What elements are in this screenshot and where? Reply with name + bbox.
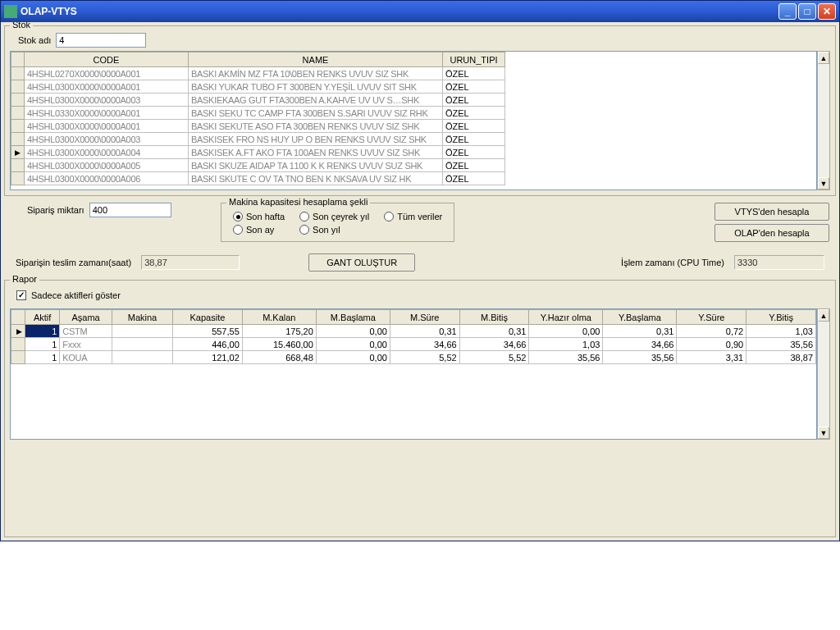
siparis-miktar-label: Sipariş miktarı [27, 205, 84, 215]
cell-makina [112, 325, 172, 338]
table-row[interactable]: 4HSHL0300X0000\0000A005BASKI SKUZE AIDAP… [11, 159, 816, 172]
cell-mkalan: 15.460,00 [242, 338, 316, 351]
radio-son-ceyrek[interactable]: Son çeyrek yıl [299, 212, 369, 221]
row-marker [11, 133, 25, 146]
col-name[interactable]: NAME [189, 52, 443, 67]
table-row[interactable]: 4HSHL0300X0000\0000A006BASKI SKUTE C OV … [11, 172, 816, 185]
scroll-up-icon[interactable]: ▲ [818, 309, 829, 322]
cell-code: 4HSHL0300X0000\0000A003 [25, 94, 189, 107]
col-code[interactable]: CODE [25, 52, 189, 67]
table-row[interactable]: 4HSHL0300X0000\0000A003BASKIEKAAG GUT FT… [11, 94, 816, 107]
cpu-label: İşlem zamanı (CPU Time) [621, 258, 724, 267]
cell-kapasite: 446,00 [173, 338, 243, 351]
cell-urun-tipi: ÖZEL [443, 120, 505, 133]
table-row[interactable]: ▶1CSTM557,55175,200,000,310,310,000,310,… [11, 325, 816, 338]
cell-yhazir: 35,56 [529, 351, 603, 364]
cell-code: 4HSHL0270X0000\0000A001 [25, 67, 189, 80]
cell-name: BASKI SKUZE AIDAP TA 1100 K K RENKS UVUV… [189, 159, 443, 172]
table-row[interactable]: 4HSHL0270X0000\0000A001BASKI AKMİN MZ FT… [11, 67, 816, 80]
radio-icon [384, 212, 394, 221]
radio-icon [299, 212, 309, 221]
rapor-col[interactable]: Y.Başlama [603, 310, 677, 325]
row-marker [11, 351, 25, 364]
vtys-button[interactable]: VTYS'den hesapla [714, 203, 829, 221]
radio-icon [299, 225, 309, 235]
close-button[interactable]: ✕ [818, 3, 836, 20]
rapor-col[interactable]: M.Süre [390, 310, 459, 325]
teslim-value: 38,87 [141, 255, 240, 270]
rapor-col[interactable]: Aşama [60, 310, 112, 325]
rapor-col[interactable]: Y.Hazır olma [529, 310, 603, 325]
radio-tum-veriler[interactable]: Tüm veriler [384, 212, 442, 221]
rapor-grid[interactable]: AktifAşamaMakinaKapasiteM.KalanM.Başlama… [10, 308, 817, 440]
kapasite-group: Makina kapasitesi hesaplama şekli Son ha… [221, 203, 454, 242]
cell-code: 4HSHL0300X0000\0000A001 [25, 80, 189, 94]
cell-ybitis: 38,87 [746, 351, 816, 364]
rapor-col[interactable]: M.Başlama [316, 310, 390, 325]
rapor-col[interactable]: Kapasite [173, 310, 243, 325]
minimize-button[interactable]: _ [778, 3, 797, 20]
cell-aktif: 1 [25, 325, 59, 338]
aktif-checkbox[interactable] [16, 290, 26, 300]
table-row[interactable]: ▶4HSHL0300X0000\0000A004BASKISEK A.FT AK… [11, 146, 816, 159]
kapasite-legend: Makina kapasitesi hesaplama şekli [226, 197, 370, 207]
cell-code: 4HSHL0300X0000\0000A003 [25, 133, 189, 146]
row-marker [11, 67, 25, 80]
rapor-col[interactable]: M.Kalan [242, 310, 316, 325]
stok-grid[interactable]: CODE NAME URUN_TIPI 4HSHL0270X0000\0000A… [10, 51, 817, 190]
table-row[interactable]: 4HSHL0300X0000\0000A001BASKI SEKUTE ASO … [11, 120, 816, 133]
rapor-scrollbar[interactable]: ▲ ▼ [817, 308, 830, 440]
row-marker [11, 120, 25, 133]
olap-button[interactable]: OLAP'den hesapla [714, 224, 829, 242]
cell-yhazir: 0,00 [529, 325, 603, 338]
radio-son-ay[interactable]: Son ay [233, 225, 285, 235]
rapor-col[interactable]: M.Bitiş [459, 310, 529, 325]
rapor-col[interactable]: Y.Bitiş [746, 310, 816, 325]
cell-mbaslama: 0,00 [316, 338, 390, 351]
gant-button[interactable]: GANT OLUŞTUR [308, 253, 415, 272]
table-row[interactable]: 1KOUA121,02668,480,005,525,5235,5635,563… [11, 351, 816, 364]
cell-name: BASKISEK FRO NS HUY UP O BEN RENKS UVUV … [189, 133, 443, 146]
siparis-miktar-input[interactable] [89, 203, 171, 217]
rapor-col[interactable]: Aktif [25, 310, 59, 325]
scroll-down-icon[interactable]: ▼ [818, 427, 829, 439]
cell-asama: Fxxx [60, 338, 112, 351]
stok-scrollbar[interactable]: ▲ ▼ [817, 51, 830, 190]
stok-legend: Stok [10, 22, 33, 30]
row-marker: ▶ [11, 325, 25, 338]
rapor-group: Rapor Sadece aktifleri göster [4, 280, 836, 537]
scroll-down-icon[interactable]: ▼ [818, 177, 829, 189]
cell-name: BASKI SEKUTE ASO FTA 300BEN RENKS UVUV S… [189, 120, 443, 133]
col-urun-tipi[interactable]: URUN_TIPI [443, 52, 505, 67]
stok-group: Stok Stok adı CODE NAME [4, 25, 836, 196]
cell-urun-tipi: ÖZEL [443, 172, 505, 185]
cell-mbaslama: 0,00 [316, 351, 390, 364]
cell-urun-tipi: ÖZEL [443, 67, 505, 80]
rapor-col[interactable]: Makina [112, 310, 172, 325]
cell-msure: 34,66 [390, 338, 459, 351]
scroll-up-icon[interactable]: ▲ [818, 52, 829, 64]
table-row[interactable]: 4HSHL0300X0000\0000A001BASKI YUKAR TUBO … [11, 80, 816, 94]
cell-asama: KOUA [60, 351, 112, 364]
rapor-col[interactable]: Y.Süre [677, 310, 746, 325]
stok-name-label: Stok adı [18, 35, 51, 45]
cell-kapasite: 121,02 [173, 351, 243, 364]
table-row[interactable]: 4HSHL0330X0000\0000A001BASKI SEKU TC CAM… [11, 107, 816, 120]
stok-name-input[interactable] [56, 33, 146, 48]
cell-code: 4HSHL0300X0000\0000A006 [25, 172, 189, 185]
table-row[interactable]: 4HSHL0300X0000\0000A003BASKISEK FRO NS H… [11, 133, 816, 146]
cell-mbaslama: 0,00 [316, 325, 390, 338]
maximize-button[interactable]: □ [798, 3, 816, 20]
cell-mbitis: 34,66 [459, 338, 529, 351]
cell-msure: 0,31 [390, 325, 459, 338]
app-icon [4, 5, 17, 18]
cell-ybaslama: 35,56 [603, 351, 677, 364]
cell-name: BASKI AKMİN MZ FTA 10\0BEN RENKS UVUV SI… [189, 67, 443, 80]
cell-aktif: 1 [25, 338, 59, 351]
row-marker [11, 94, 25, 107]
cell-urun-tipi: ÖZEL [443, 133, 505, 146]
cell-mkalan: 175,20 [242, 325, 316, 338]
radio-son-hafta[interactable]: Son hafta [233, 212, 285, 221]
radio-son-yil[interactable]: Son yıl [299, 225, 369, 235]
table-row[interactable]: 1Fxxx446,0015.460,000,0034,6634,661,0334… [11, 338, 816, 351]
